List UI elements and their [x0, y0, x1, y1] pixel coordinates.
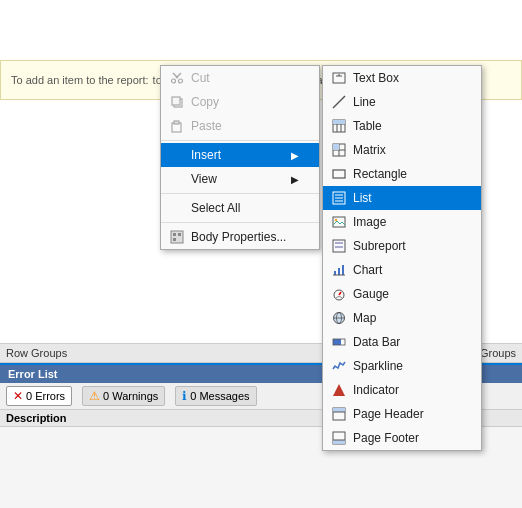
- error-list-title-text: Error List: [8, 368, 58, 380]
- row-groups-label: Row Groups: [6, 347, 67, 359]
- table-icon: [331, 118, 347, 134]
- copy-icon: [169, 94, 185, 110]
- insert-submenu: Text Box Line Table Matrix: [322, 65, 482, 451]
- select-all-label: Select All: [191, 201, 240, 215]
- separator-2: [161, 193, 319, 194]
- text-box-label: Text Box: [353, 71, 399, 85]
- warning-count: 0: [103, 390, 109, 402]
- view-arrow-icon: ▶: [291, 174, 299, 185]
- submenu-indicator[interactable]: Indicator: [323, 378, 481, 402]
- page-header-icon: [331, 406, 347, 422]
- insert-label: Insert: [191, 148, 221, 162]
- svg-rect-30: [333, 217, 345, 227]
- subreport-icon: [331, 238, 347, 254]
- submenu-text-box[interactable]: Text Box: [323, 66, 481, 90]
- svg-line-15: [333, 96, 345, 108]
- context-menu-view[interactable]: View ▶: [161, 167, 319, 191]
- messages-count: 0: [190, 390, 196, 402]
- submenu-chart[interactable]: Chart: [323, 258, 481, 282]
- context-menu: Cut Copy Paste In: [160, 65, 320, 250]
- svg-rect-34: [335, 246, 343, 248]
- page-footer-label: Page Footer: [353, 431, 419, 445]
- table-label: Table: [353, 119, 382, 133]
- svg-rect-44: [333, 339, 341, 345]
- submenu-gauge[interactable]: Gauge: [323, 282, 481, 306]
- errors-label: Errors: [35, 390, 65, 402]
- submenu-matrix[interactable]: Matrix: [323, 138, 481, 162]
- messages-badge[interactable]: ℹ 0 Messages: [175, 386, 256, 406]
- svg-line-1: [176, 73, 181, 78]
- cut-icon: [169, 70, 185, 86]
- error-count: 0: [26, 390, 32, 402]
- svg-rect-35: [334, 271, 336, 275]
- gauge-icon: [331, 286, 347, 302]
- image-label: Image: [353, 215, 386, 229]
- separator-1: [161, 140, 319, 141]
- description-header: Description: [6, 412, 67, 424]
- insert-icon: [169, 147, 185, 163]
- messages-icon: ℹ: [182, 389, 187, 403]
- insert-arrow-icon: ▶: [291, 150, 299, 161]
- submenu-data-bar[interactable]: Data Bar: [323, 330, 481, 354]
- submenu-list[interactable]: List: [323, 186, 481, 210]
- svg-point-3: [179, 79, 183, 83]
- warnings-label: Warnings: [112, 390, 158, 402]
- indicator-label: Indicator: [353, 383, 399, 397]
- sparkline-icon: [331, 358, 347, 374]
- view-icon: [169, 171, 185, 187]
- submenu-map[interactable]: Map: [323, 306, 481, 330]
- submenu-subreport[interactable]: Subreport: [323, 234, 481, 258]
- svg-rect-33: [335, 242, 343, 244]
- main-area: To add an item to the report: to the des…: [0, 0, 522, 508]
- context-menu-insert[interactable]: Insert ▶: [161, 143, 319, 167]
- separator-3: [161, 222, 319, 223]
- error-icon: ✕: [13, 389, 23, 403]
- chart-icon: [331, 262, 347, 278]
- indicator-icon: [331, 382, 347, 398]
- submenu-table[interactable]: Table: [323, 114, 481, 138]
- submenu-line[interactable]: Line: [323, 90, 481, 114]
- submenu-image[interactable]: Image: [323, 210, 481, 234]
- submenu-page-footer[interactable]: Page Footer: [323, 426, 481, 450]
- svg-rect-37: [342, 265, 344, 275]
- page-header-label: Page Header: [353, 407, 424, 421]
- list-icon: [331, 190, 347, 206]
- context-menu-copy[interactable]: Copy: [161, 90, 319, 114]
- submenu-rectangle[interactable]: Rectangle: [323, 162, 481, 186]
- context-menu-select-all[interactable]: Select All: [161, 196, 319, 220]
- image-icon: [331, 214, 347, 230]
- errors-badge[interactable]: ✕ 0 Errors: [6, 386, 72, 406]
- svg-rect-24: [333, 144, 339, 150]
- groups-label: Groups: [480, 347, 516, 359]
- body-properties-label: Body Properties...: [191, 230, 286, 244]
- svg-rect-48: [333, 408, 345, 412]
- context-menu-cut[interactable]: Cut: [161, 66, 319, 90]
- submenu-sparkline[interactable]: Sparkline: [323, 354, 481, 378]
- svg-line-40: [339, 292, 341, 295]
- context-menu-body-properties[interactable]: Body Properties...: [161, 225, 319, 249]
- matrix-label: Matrix: [353, 143, 386, 157]
- line-icon: [331, 94, 347, 110]
- line-label: Line: [353, 95, 376, 109]
- submenu-page-header[interactable]: Page Header: [323, 402, 481, 426]
- rectangle-label: Rectangle: [353, 167, 407, 181]
- body-properties-icon: [169, 229, 185, 245]
- databar-icon: [331, 334, 347, 350]
- context-menu-paste[interactable]: Paste: [161, 114, 319, 138]
- svg-rect-9: [173, 233, 176, 236]
- warning-icon: ⚠: [89, 389, 100, 403]
- hint-text: To add an item to the report:: [11, 74, 149, 86]
- svg-rect-51: [333, 440, 345, 444]
- svg-rect-36: [338, 268, 340, 275]
- paste-label: Paste: [191, 119, 222, 133]
- paste-icon: [169, 118, 185, 134]
- sparkline-label: Sparkline: [353, 359, 403, 373]
- svg-rect-20: [333, 120, 345, 124]
- svg-rect-8: [171, 231, 183, 243]
- cut-label: Cut: [191, 71, 210, 85]
- data-bar-label: Data Bar: [353, 335, 400, 349]
- view-label: View: [191, 172, 217, 186]
- copy-label: Copy: [191, 95, 219, 109]
- warnings-badge[interactable]: ⚠ 0 Warnings: [82, 386, 165, 406]
- svg-rect-7: [174, 121, 179, 124]
